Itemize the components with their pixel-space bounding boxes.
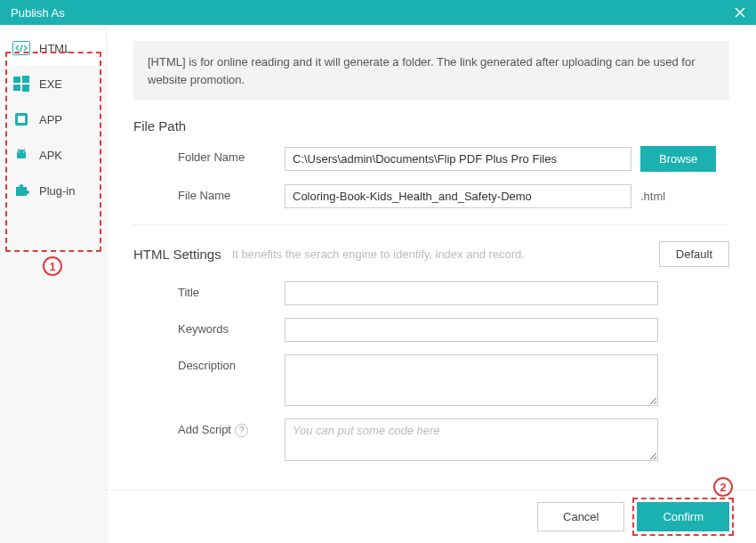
cancel-button[interactable]: Cancel — [537, 502, 624, 531]
file-name-label: File Name — [133, 184, 285, 202]
annotation-marker-1: 1 — [43, 256, 62, 276]
title-input[interactable] — [285, 281, 658, 305]
settings-heading: HTML Settings — [133, 247, 221, 262]
folder-name-input[interactable] — [285, 147, 631, 171]
close-button[interactable] — [731, 4, 749, 21]
svg-line-9 — [18, 149, 20, 150]
svg-rect-6 — [18, 116, 25, 123]
annotation-marker-2: 2 — [713, 477, 733, 497]
svg-line-10 — [24, 149, 26, 150]
windows-icon — [12, 75, 30, 93]
browse-button[interactable]: Browse — [640, 146, 716, 172]
html-icon — [12, 39, 30, 57]
close-icon — [734, 6, 746, 19]
sidebar-item-app[interactable]: APP — [0, 101, 106, 137]
svg-rect-4 — [22, 85, 29, 92]
sidebar-item-label: APP — [39, 113, 62, 126]
keywords-input[interactable] — [285, 318, 658, 342]
keywords-label: Keywords — [133, 318, 285, 336]
sidebar-item-label: EXE — [39, 77, 62, 91]
android-icon — [12, 146, 30, 164]
main-panel: [HTML] is for online reading and it will… — [107, 25, 756, 543]
title-label: Title — [133, 281, 285, 299]
sidebar-item-label: APK — [39, 149, 62, 162]
svg-rect-2 — [22, 76, 29, 83]
info-banner: [HTML] is for online reading and it will… — [133, 41, 729, 101]
confirm-button[interactable]: Confirm — [637, 502, 729, 531]
svg-point-8 — [23, 151, 25, 153]
settings-hint: It benefits the serach engine to identif… — [232, 247, 525, 261]
description-label: Description — [133, 354, 285, 372]
file-name-input[interactable] — [285, 184, 631, 208]
svg-rect-1 — [13, 77, 20, 83]
puzzle-icon — [12, 182, 30, 199]
footer: Cancel Confirm 2 — [107, 490, 756, 543]
filepath-heading: File Path — [133, 118, 729, 134]
description-textarea[interactable] — [285, 354, 658, 406]
sidebar-item-exe[interactable]: EXE — [0, 66, 106, 101]
sidebar-item-apk[interactable]: APK — [0, 137, 106, 173]
sidebar-item-html[interactable]: HTML — [0, 30, 106, 66]
default-button[interactable]: Default — [659, 241, 729, 267]
app-icon — [12, 110, 30, 128]
window-title: Publish As — [11, 6, 65, 20]
sidebar-item-plugin[interactable]: Plug-in — [0, 173, 106, 208]
script-label: Add Script? — [133, 418, 285, 437]
sidebar-item-label: Plug-in — [39, 184, 75, 198]
file-extension: .html — [640, 190, 665, 203]
svg-rect-3 — [13, 85, 20, 91]
folder-name-label: Folder Name — [133, 146, 285, 164]
titlebar: Publish As — [0, 0, 756, 25]
script-textarea[interactable] — [285, 418, 658, 461]
help-icon[interactable]: ? — [235, 424, 248, 437]
svg-point-7 — [19, 151, 20, 153]
divider — [133, 224, 729, 225]
sidebar-item-label: HTML — [39, 42, 70, 55]
sidebar: HTML EXE APP APK — [0, 25, 107, 543]
